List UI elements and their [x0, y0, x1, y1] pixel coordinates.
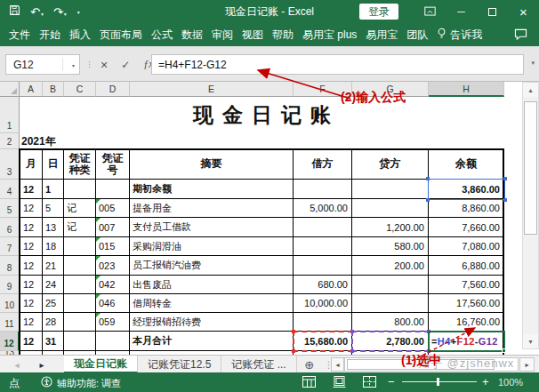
cell-month[interactable]: 12: [20, 276, 43, 294]
cell-credit[interactable]: 1,200.00: [352, 218, 429, 237]
vertical-scrollbar-thumb[interactable]: [524, 101, 537, 235]
zoom-level[interactable]: 100%: [498, 377, 523, 388]
tab-formulas[interactable]: 公式: [151, 23, 173, 46]
cell-balance[interactable]: 8,860.00: [429, 199, 504, 218]
cell-month[interactable]: 12: [20, 332, 43, 351]
cell-summary[interactable]: 本月合计: [130, 332, 294, 351]
column-header-E[interactable]: E: [130, 82, 294, 97]
select-all-corner[interactable]: [0, 82, 20, 97]
tab-data[interactable]: 数据: [181, 23, 203, 46]
cell-balance[interactable]: 6,880.00: [429, 256, 504, 276]
row-header-2[interactable]: 2: [0, 133, 20, 149]
cell-month[interactable]: 12: [20, 180, 43, 199]
accessibility-label[interactable]: 辅助功能: 调查: [57, 377, 121, 390]
cell-summary[interactable]: 借周转金: [130, 294, 294, 313]
zoom-slider[interactable]: [402, 381, 477, 382]
cancel-entry-icon[interactable]: ×: [101, 58, 108, 72]
cell-balance[interactable]: 16,760.00: [429, 313, 504, 332]
zoom-slider-thumb[interactable]: [437, 378, 439, 386]
row-header-9[interactable]: 9: [0, 276, 20, 294]
page-break-preview-icon[interactable]: [363, 376, 376, 389]
cell-summary[interactable]: 采购润滑油: [130, 237, 294, 256]
cell-credit[interactable]: 800.00: [352, 313, 429, 332]
cell-balance[interactable]: 7,080.00: [429, 237, 504, 256]
cell-day[interactable]: 13: [43, 218, 64, 237]
login-button[interactable]: 登录: [359, 4, 398, 20]
sheet-tab-cash-journal[interactable]: 现金日记账: [64, 356, 138, 373]
cell-voucher-no[interactable]: 059: [96, 313, 130, 332]
cell-credit[interactable]: 200.00: [352, 256, 429, 276]
column-header-C[interactable]: C: [64, 82, 96, 97]
cell-voucher-no[interactable]: 023: [96, 256, 130, 276]
zoom-out-icon[interactable]: −: [388, 375, 395, 388]
comments-icon[interactable]: [514, 28, 527, 43]
cell-day[interactable]: 21: [43, 256, 64, 276]
cell-voucher-type[interactable]: 记: [64, 199, 96, 218]
sheet-nav-right-icon[interactable]: ▸: [32, 356, 52, 373]
tab-page-layout[interactable]: 页面布局: [100, 23, 142, 46]
sheet-nav-left-icon[interactable]: ◂: [7, 356, 27, 373]
cell-voucher-no[interactable]: [96, 180, 130, 199]
cell-day[interactable]: 5: [43, 199, 64, 218]
maximize-button[interactable]: [477, 0, 508, 23]
column-header-B[interactable]: B: [43, 82, 64, 97]
cell-voucher-type[interactable]: [64, 180, 96, 199]
cell-month[interactable]: 12: [20, 199, 43, 218]
hscroll-right-icon[interactable]: ▸: [519, 357, 535, 372]
cell-debit[interactable]: [294, 313, 352, 332]
cell-month[interactable]: 12: [20, 256, 43, 276]
row-header-6[interactable]: 6: [0, 218, 20, 237]
cell-balance[interactable]: 17,560.00: [429, 294, 504, 313]
tab-file[interactable]: 文件: [9, 23, 30, 46]
cell-debit[interactable]: 5,000.00: [294, 199, 352, 218]
ribbon-display-options-button[interactable]: [414, 0, 446, 23]
cell-debit[interactable]: [294, 218, 352, 237]
cell-voucher-type[interactable]: [64, 237, 96, 256]
cell-voucher-no[interactable]: 046: [96, 294, 130, 313]
cell-balance-formula[interactable]: =H4+F12-G12: [429, 332, 504, 351]
cell-balance[interactable]: 7,560.00: [429, 276, 504, 294]
cell-debit[interactable]: [294, 180, 352, 199]
cell-voucher-no[interactable]: 007: [96, 218, 130, 237]
cell-debit[interactable]: [294, 256, 352, 276]
cell-voucher-type[interactable]: [64, 256, 96, 276]
close-button[interactable]: ×: [508, 0, 539, 23]
minimize-button[interactable]: ─: [446, 0, 477, 23]
cell-credit[interactable]: [352, 276, 429, 294]
normal-view-icon[interactable]: [302, 376, 316, 389]
column-header-D[interactable]: D: [96, 82, 130, 97]
sheet-tab-voucher-12-5[interactable]: 记账凭证12.5: [138, 356, 221, 373]
undo-dropdown-icon[interactable]: ▾: [41, 12, 44, 17]
cell-voucher-type[interactable]: 记: [64, 218, 96, 237]
tab-help[interactable]: 帮助: [272, 23, 294, 46]
cell-month[interactable]: 12: [20, 294, 43, 313]
cell-summary[interactable]: 出售废品: [130, 276, 294, 294]
confirm-entry-icon[interactable]: ✓: [121, 59, 130, 71]
cell-debit[interactable]: [294, 237, 352, 256]
cell-day[interactable]: 1: [43, 180, 64, 199]
cell-balance[interactable]: 3,860.00: [429, 180, 504, 199]
cell-voucher-no[interactable]: 015: [96, 237, 130, 256]
cell-day[interactable]: 18: [43, 237, 64, 256]
tab-insert[interactable]: 插入: [69, 23, 91, 46]
cell-debit[interactable]: 10,000.00: [294, 294, 352, 313]
cell-summary[interactable]: 员工报销汽油费: [130, 256, 294, 276]
save-icon[interactable]: [9, 4, 20, 20]
cell-credit[interactable]: [352, 199, 429, 218]
name-box-dropdown-icon[interactable]: ▾: [72, 62, 75, 68]
new-sheet-icon[interactable]: ⊕: [297, 356, 322, 373]
cell-voucher-type[interactable]: [64, 294, 96, 313]
redo-dropdown-icon[interactable]: ▾: [64, 12, 67, 17]
cell-debit[interactable]: 680.00: [294, 276, 352, 294]
cell-summary[interactable]: 支付员工借款: [130, 218, 294, 237]
cell-credit[interactable]: [352, 294, 429, 313]
name-box[interactable]: G12 ▾: [5, 54, 80, 75]
customize-qat-icon[interactable]: ▾: [77, 9, 80, 15]
tab-yiyongbao[interactable]: 易用宝: [366, 23, 398, 46]
row-header-11[interactable]: 11: [0, 313, 20, 332]
zoom-in-icon[interactable]: +: [482, 375, 489, 388]
cell-credit[interactable]: [352, 180, 429, 199]
tab-yiyongbao-plus[interactable]: 易用宝 plus: [302, 23, 357, 46]
cell-summary[interactable]: 经理报销招待费: [130, 313, 294, 332]
tab-view[interactable]: 视图: [242, 23, 263, 46]
